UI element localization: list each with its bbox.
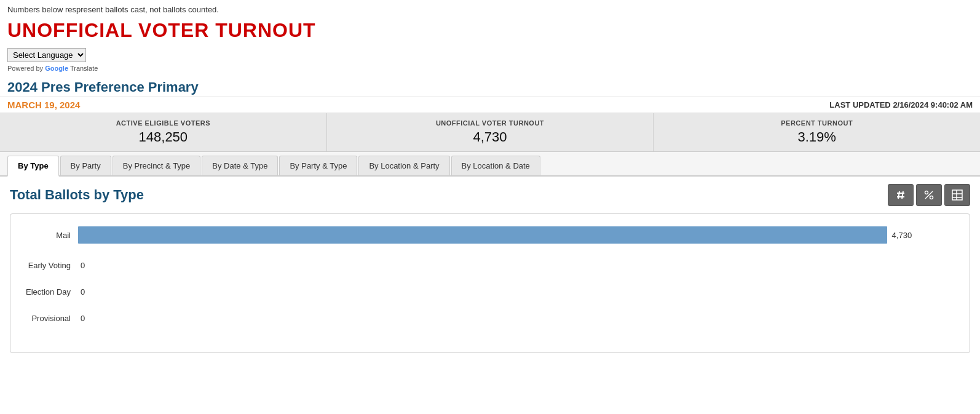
svg-line-2	[898, 191, 899, 199]
percent-view-button[interactable]	[916, 184, 942, 206]
chart-bar-area: 0	[78, 314, 957, 323]
hash-icon	[895, 189, 907, 201]
chart-bar	[78, 226, 887, 244]
svg-point-4	[925, 191, 928, 194]
tab-by-location-party[interactable]: By Location & Party	[358, 156, 449, 175]
count-view-button[interactable]	[888, 184, 914, 206]
chart-zero-value: 0	[81, 287, 85, 297]
stat-active-voters: ACTIVE ELIGIBLE VOTERS 148,250	[0, 113, 327, 151]
svg-line-6	[925, 191, 933, 199]
stat-label-1: UNOFFICIAL VOTER TURNOUT	[332, 119, 649, 127]
table-icon	[951, 189, 963, 201]
election-date: MARCH 19, 2024	[7, 100, 80, 110]
stat-percent-turnout: PERCENT TURNOUT 3.19%	[654, 113, 980, 151]
tab-by-location-date[interactable]: By Location & Date	[451, 156, 540, 175]
language-select[interactable]: Select LanguageSpanishFrenchGerman	[7, 48, 86, 62]
stat-voter-turnout: UNOFFICIAL VOTER TURNOUT 4,730	[327, 113, 654, 151]
percent-icon	[923, 189, 935, 201]
last-updated: LAST UPDATED 2/16/2024 9:40:02 AM	[829, 100, 973, 109]
chart-row: Provisional0	[23, 314, 957, 323]
view-buttons	[888, 184, 970, 206]
page-title: UNOFFICIAL VOTER TURNOUT	[0, 17, 980, 46]
tab-by-date-type[interactable]: By Date & Type	[202, 156, 278, 175]
table-view-button[interactable]	[944, 184, 970, 206]
tab-by-party-type[interactable]: By Party & Type	[279, 156, 357, 175]
stat-value-0: 148,250	[5, 129, 322, 145]
chart-bar-area: 4,730	[78, 226, 957, 244]
stats-bar: ACTIVE ELIGIBLE VOTERS 148,250 UNOFFICIA…	[0, 113, 980, 152]
language-selector-container: Select LanguageSpanishFrenchGerman	[0, 46, 980, 63]
header-bar: MARCH 19, 2024 LAST UPDATED 2/16/2024 9:…	[0, 97, 980, 113]
stat-value-1: 4,730	[332, 129, 649, 145]
svg-point-5	[930, 196, 933, 199]
stat-value-2: 3.19%	[658, 129, 975, 145]
stat-label-0: ACTIVE ELIGIBLE VOTERS	[5, 119, 322, 127]
tab-by-party[interactable]: By Party	[60, 156, 111, 175]
tabs-container: By TypeBy PartyBy Precinct & TypeBy Date…	[0, 152, 980, 177]
svg-rect-7	[952, 190, 962, 200]
section-title: Total Ballots by Type	[10, 187, 144, 203]
tab-by-type[interactable]: By Type	[7, 156, 59, 177]
chart-row: Mail4,730	[23, 226, 957, 244]
chart-row-label: Mail	[23, 231, 78, 240]
chart-row-label: Early Voting	[23, 261, 78, 270]
chart-bar-area: 0	[78, 261, 957, 270]
chart-zero-value: 0	[81, 261, 85, 270]
powered-by-label: Powered by Google Translate	[0, 63, 980, 77]
svg-line-3	[902, 191, 903, 199]
chart-bar-value: 4,730	[892, 231, 912, 240]
content-area: Total Ballots by Type	[0, 177, 980, 360]
chart-container: Mail4,730Early Voting0Election Day0Provi…	[10, 213, 970, 353]
top-notice: Numbers below respresent ballots cast, n…	[0, 0, 980, 17]
chart-row-label: Provisional	[23, 314, 78, 323]
chart-zero-value: 0	[81, 314, 85, 323]
chart-bar-area: 0	[78, 287, 957, 297]
tab-by-precinct-type[interactable]: By Precinct & Type	[113, 156, 201, 175]
section-header: Total Ballots by Type	[10, 184, 970, 206]
chart-row: Election Day0	[23, 287, 957, 297]
chart-row-label: Election Day	[23, 287, 78, 297]
stat-label-2: PERCENT TURNOUT	[658, 119, 975, 127]
chart-row: Early Voting0	[23, 261, 957, 270]
election-title: 2024 Pres Preference Primary	[0, 77, 980, 97]
